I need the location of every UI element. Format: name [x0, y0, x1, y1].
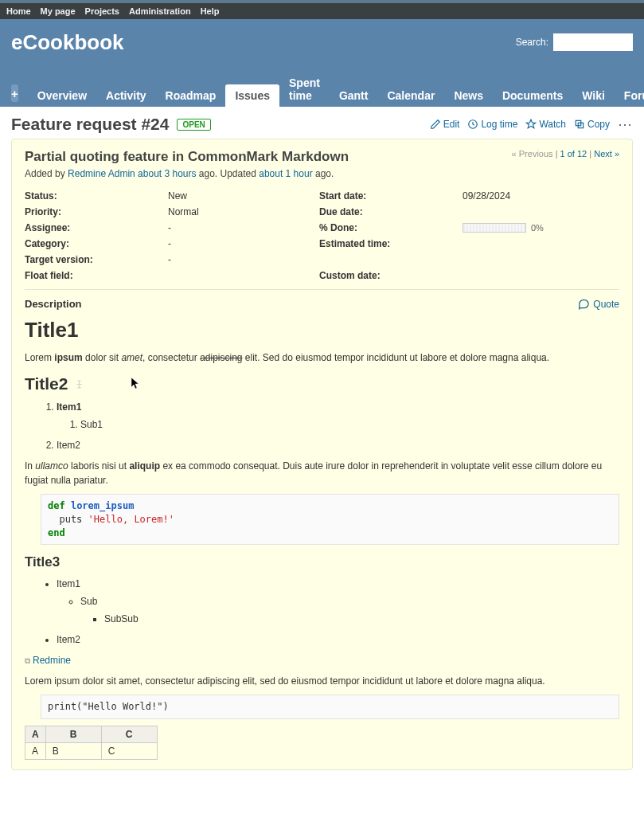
- watch-button[interactable]: Watch: [525, 119, 566, 130]
- desc-p3: Lorem ipsum dolor sit amet, consectetur …: [25, 674, 619, 688]
- th: A: [25, 726, 46, 743]
- tab-news[interactable]: News: [444, 84, 493, 107]
- target-value: -: [168, 254, 319, 265]
- estimatedtime-label: Estimated time:: [319, 238, 463, 249]
- customdate-label: Custom date:: [319, 270, 463, 281]
- progress-bar: [463, 223, 526, 233]
- tab-documents[interactable]: Documents: [493, 84, 572, 107]
- quote-button[interactable]: Quote: [578, 298, 619, 310]
- customdate-value: [463, 270, 619, 281]
- nav-home[interactable]: Home: [6, 6, 31, 16]
- desc-h1: Title1: [25, 318, 619, 342]
- created-time-link[interactable]: about 3 hours: [138, 168, 196, 179]
- desc-ul: Item1 Sub SubSub Item2: [57, 577, 619, 647]
- issue-pager: « Previous | 1 of 12 | Next »: [512, 149, 619, 159]
- logtime-button[interactable]: Log time: [467, 119, 517, 130]
- assignee-value: -: [168, 222, 319, 233]
- updated-time-link[interactable]: about 1 hour: [259, 168, 312, 179]
- logtime-label: Log time: [481, 119, 517, 130]
- search-input[interactable]: [553, 33, 633, 51]
- header: eCookbook Search: + Overview Activity Ro…: [0, 19, 644, 107]
- category-label: Category:: [25, 238, 168, 249]
- nav-mypage[interactable]: My page: [41, 6, 76, 16]
- clock-icon: [467, 119, 478, 130]
- list-item: Sub SubSub: [80, 594, 619, 626]
- status-value: New: [168, 190, 319, 202]
- desc-p2: In ullamco laboris nisi ut aliquip ex ea…: [25, 459, 619, 487]
- pager-next[interactable]: Next »: [594, 149, 619, 159]
- issue-details: Partial quoting feature in CommonMark Ma…: [11, 139, 633, 770]
- paragraph-anchor-icon[interactable]: [74, 379, 84, 389]
- nav-projects[interactable]: Projects: [85, 6, 119, 16]
- tab-calendar[interactable]: Calendar: [377, 84, 444, 107]
- description-body: Title1 Lorem ipsum dolor sit amet, conse…: [25, 318, 619, 760]
- copy-button[interactable]: Copy: [574, 119, 610, 130]
- desc-h2: Title2: [25, 374, 619, 393]
- done-progress: 0%: [463, 222, 619, 233]
- search-label: Search:: [516, 37, 548, 48]
- more-actions-icon[interactable]: ⋯: [618, 115, 633, 133]
- tab-spent-time[interactable]: Spent time: [279, 72, 330, 107]
- issue-attributes: Status: New Start date: 09/28/2024 Prior…: [25, 190, 619, 281]
- issue-actions: Edit Log time Watch Copy ⋯: [430, 115, 633, 133]
- top-nav: Home My page Projects Administration Hel…: [0, 0, 644, 19]
- code-block-ruby: def lorem_ipsum puts 'Hello, Lorem!' end: [41, 494, 619, 545]
- nav-help[interactable]: Help: [201, 6, 220, 16]
- desc-p1: Lorem ipsum dolor sit amet, consectetur …: [25, 350, 619, 365]
- pager-position[interactable]: 1 of 12: [560, 149, 587, 159]
- list-item: Sub1: [80, 417, 619, 432]
- status-label: Status:: [25, 190, 168, 202]
- tab-issues[interactable]: Issues: [225, 84, 279, 107]
- project-title: eCookbook: [11, 30, 124, 55]
- desc-h3: Title3: [25, 554, 619, 570]
- separator: [25, 289, 619, 290]
- tab-activity[interactable]: Activity: [96, 84, 156, 107]
- estimatedtime-value: [463, 238, 619, 249]
- comment-icon: [578, 298, 590, 310]
- category-value: -: [168, 238, 319, 249]
- content: Feature request #24 OPEN Edit Log time W…: [0, 107, 644, 778]
- watch-label: Watch: [539, 119, 566, 130]
- copy-icon: [574, 119, 585, 130]
- edit-button[interactable]: Edit: [430, 119, 460, 130]
- done-value: 0%: [531, 223, 544, 233]
- author-user-link[interactable]: Redmine Admin: [68, 168, 135, 179]
- list-item: Item2: [57, 438, 619, 452]
- list-item: Item1 Sub SubSub: [57, 577, 619, 626]
- priority-value: Normal: [168, 206, 319, 217]
- issue-author: Added by Redmine Admin about 3 hours ago…: [25, 168, 619, 179]
- nav-admin[interactable]: Administration: [129, 6, 191, 16]
- startdate-label: Start date:: [319, 190, 463, 202]
- target-label: Target version:: [25, 254, 168, 265]
- assignee-label: Assignee:: [25, 222, 168, 233]
- tab-gantt[interactable]: Gantt: [330, 84, 378, 107]
- th: B: [45, 726, 101, 743]
- external-link[interactable]: Redmine: [25, 655, 71, 666]
- tab-roadmap[interactable]: Roadmap: [156, 84, 226, 107]
- table-header-row: A B C: [25, 726, 158, 743]
- tab-wiki[interactable]: Wiki: [572, 84, 615, 107]
- startdate-value: 09/28/2024: [463, 190, 619, 202]
- tab-overview[interactable]: Overview: [28, 84, 96, 107]
- cursor-icon: [131, 377, 140, 392]
- tab-forums[interactable]: Forums: [615, 84, 644, 107]
- status-badge: OPEN: [177, 119, 210, 131]
- add-button[interactable]: +: [11, 84, 18, 102]
- duedate-value: [463, 206, 619, 217]
- desc-table: A B C A B C: [25, 726, 158, 760]
- td: B: [45, 743, 101, 760]
- main-menu: + Overview Activity Roadmap Issues Spent…: [11, 72, 633, 107]
- duedate-label: Due date:: [319, 206, 463, 217]
- list-item: Item2: [57, 632, 619, 647]
- list-item: SubSub: [104, 612, 619, 626]
- pencil-icon: [430, 119, 441, 130]
- page-title: Feature request #24: [11, 115, 169, 134]
- th: C: [101, 726, 157, 743]
- list-item: Item1 Sub1: [57, 400, 619, 432]
- td: C: [101, 743, 157, 760]
- priority-label: Priority:: [25, 206, 168, 217]
- copy-label: Copy: [587, 119, 610, 130]
- float-value: [168, 270, 319, 281]
- done-label: % Done:: [319, 222, 463, 233]
- code-block-plain: print("Hello World!"): [41, 695, 619, 719]
